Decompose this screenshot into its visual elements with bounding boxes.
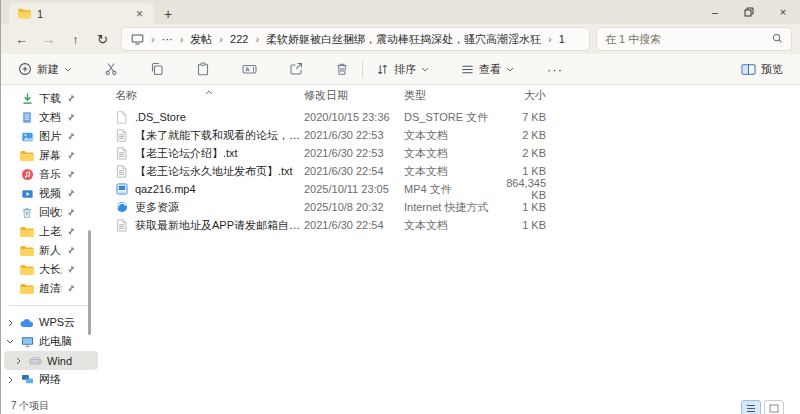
file-date: 2021/6/30 22:54: [304, 219, 404, 231]
new-tab-button[interactable]: +: [154, 6, 182, 24]
breadcrumb-item[interactable]: 1: [559, 33, 565, 45]
chevron-right-icon[interactable]: [5, 319, 15, 327]
file-row[interactable]: 【来了就能下载和观看的论坛，纯免费！】.txt2021/6/30 22:53文本…: [109, 126, 800, 144]
videos-icon: [20, 188, 34, 200]
file-name-cell[interactable]: 获取最新地址及APP请发邮箱自动获取.txt: [109, 218, 304, 233]
chevron-right-icon[interactable]: [5, 376, 15, 384]
back-icon[interactable]: ←: [9, 27, 34, 51]
breadcrumb-overflow[interactable]: ⋯: [162, 33, 173, 46]
txt-icon: [115, 129, 128, 142]
file-name-cell[interactable]: 【老王论坛永久地址发布页】.txt: [109, 164, 304, 179]
large-icons-view-button[interactable]: [764, 400, 784, 414]
share-button[interactable]: [282, 57, 310, 81]
copy-button[interactable]: [143, 57, 171, 81]
network-icon: [20, 374, 34, 385]
refresh-icon[interactable]: ↻: [90, 27, 115, 51]
sidebar-item-label: 网络: [39, 372, 75, 387]
breadcrumb[interactable]: › ⋯ › 发帖 › 222 › 柔软娇躯被白丝捆绑，震动棒狂捣深处，骚穴高潮淫…: [121, 27, 590, 51]
view-button[interactable]: 查看: [454, 57, 521, 81]
column-header-type[interactable]: 类型: [404, 88, 490, 103]
file-size: 2 KB: [490, 129, 546, 141]
more-options-icon[interactable]: ···: [539, 62, 571, 77]
sidebar-item-label: 此电脑: [39, 334, 75, 349]
rename-button[interactable]: [235, 57, 264, 81]
view-button-label: 查看: [479, 62, 501, 77]
media-icon: [115, 183, 128, 195]
sidebar-item-超清纯美女校[interactable]: 超清纯美女校: [1, 279, 101, 298]
sidebar-item-Windows-SSD[interactable]: Windows-SSD: [4, 351, 98, 370]
search-input[interactable]: [605, 33, 766, 45]
file-row[interactable]: 【老王论坛永久地址发布页】.txt2021/6/30 22:54文本文档1 KB: [109, 162, 800, 180]
breadcrumb-item[interactable]: 发帖: [190, 32, 212, 47]
file-date: 2020/10/15 23:36: [304, 111, 404, 123]
file-name-cell[interactable]: qaz216.mp4: [109, 183, 304, 195]
status-bar: 7 个项目: [1, 398, 800, 414]
preview-button[interactable]: 预览: [734, 57, 790, 81]
file-name-cell[interactable]: 【来了就能下载和观看的论坛，纯免费！】.txt: [109, 128, 304, 143]
sidebar-item-此电脑[interactable]: 此电脑: [1, 332, 101, 351]
cut-icon: [104, 62, 118, 76]
chevron-right-icon[interactable]: [13, 357, 23, 365]
details-view-button[interactable]: [741, 400, 761, 414]
file-name-cell[interactable]: 更多资源: [109, 200, 304, 215]
cut-button[interactable]: [97, 57, 125, 81]
tab-title: 1: [37, 8, 127, 20]
tab-current[interactable]: 1 ×: [9, 3, 154, 24]
chevron-down-icon[interactable]: [5, 339, 15, 344]
file-type: DS_STORE 文件: [404, 110, 490, 125]
file-row[interactable]: .DS_Store2020/10/15 23:36DS_STORE 文件7 KB: [109, 108, 800, 126]
file-name: 更多资源: [135, 200, 179, 215]
sidebar-item-上老王论坛当[interactable]: 上老王论坛当: [1, 222, 101, 241]
sidebar-item-网络[interactable]: 网络: [1, 370, 101, 389]
file-name: qaz216.mp4: [135, 183, 196, 195]
file-explorer-window: 1 × + – × ← → ↑ ↻ › ⋯ › 发帖 › 222 › 柔软娇: [0, 0, 800, 414]
pin-icon: [67, 265, 75, 274]
sidebar-item-大长腿性感姐[interactable]: 大长腿性感姐: [1, 260, 101, 279]
tab-close-icon[interactable]: ×: [133, 7, 146, 21]
sidebar-item-下载[interactable]: 下载: [1, 89, 101, 108]
paste-button[interactable]: [189, 57, 217, 81]
column-header-date[interactable]: 修改日期: [304, 88, 404, 103]
sidebar-item-音乐[interactable]: 音乐: [1, 165, 101, 184]
restore-button[interactable]: [732, 1, 766, 23]
sort-button[interactable]: 排序: [369, 57, 436, 81]
sidebar-item-label: 新人【十七岁: [39, 243, 62, 258]
new-button[interactable]: 新建: [11, 57, 79, 81]
chevron-down-icon: [421, 67, 429, 72]
close-button[interactable]: ×: [766, 1, 800, 23]
delete-button[interactable]: [328, 57, 356, 81]
sidebar-item-WPS云盘[interactable]: WPS云盘: [1, 313, 101, 332]
sidebar-item-label: Windows-SSD: [47, 355, 72, 367]
sidebar-item-新人【十七岁[interactable]: 新人【十七岁: [1, 241, 101, 260]
sidebar-item-视频[interactable]: 视频: [1, 184, 101, 203]
forward-icon[interactable]: →: [36, 27, 61, 51]
file-name: 【老王论坛永久地址发布页】.txt: [135, 164, 293, 179]
file-row[interactable]: 获取最新地址及APP请发邮箱自动获取.txt2021/6/30 22:54文本文…: [109, 216, 800, 234]
file-row[interactable]: 【老王论坛介绍】.txt2021/6/30 22:53文本文档2 KB: [109, 144, 800, 162]
sidebar-scrollbar[interactable]: [88, 230, 91, 335]
breadcrumb-item[interactable]: 222: [230, 33, 248, 45]
breadcrumb-item[interactable]: 柔软娇躯被白丝捆绑，震动棒狂捣深处，骚穴高潮淫水狂: [266, 32, 541, 47]
sidebar-item-label: 回收站: [39, 205, 62, 220]
sidebar-item-屏幕截图[interactable]: 屏幕截图: [1, 146, 101, 165]
minimize-button[interactable]: –: [698, 1, 732, 23]
sidebar-item-文档[interactable]: 文档: [1, 108, 101, 127]
file-type: 文本文档: [404, 164, 490, 179]
file-name-cell[interactable]: .DS_Store: [109, 111, 304, 124]
sidebar-item-图片[interactable]: 图片: [1, 127, 101, 146]
file-date: 2021/6/30 22:53: [304, 147, 404, 159]
file-row[interactable]: 更多资源2025/10/8 20:32Internet 快捷方式1 KB: [109, 198, 800, 216]
file-name-cell[interactable]: 【老王论坛介绍】.txt: [109, 146, 304, 161]
up-icon[interactable]: ↑: [63, 27, 88, 51]
column-headers: 名称 修改日期 类型 大小: [109, 88, 800, 103]
column-header-size[interactable]: 大小: [490, 88, 546, 103]
pin-icon: [67, 151, 75, 160]
computer-icon: [20, 336, 34, 348]
file-row[interactable]: qaz216.mp42025/10/11 23:05MP4 文件864,345 …: [109, 180, 800, 198]
breadcrumb-separator: ›: [255, 33, 259, 45]
drive-icon: [28, 356, 42, 366]
download-icon: [20, 92, 34, 105]
sidebar-item-回收站[interactable]: 回收站: [1, 203, 101, 222]
txt-icon: [115, 147, 128, 160]
search-box[interactable]: [596, 27, 792, 51]
